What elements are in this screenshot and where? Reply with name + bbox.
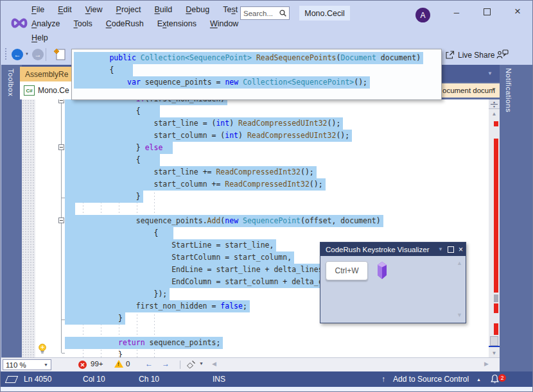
zoom-level-select[interactable]: 110 % ▼ xyxy=(3,359,51,370)
editor-splitter-handle[interactable]: ▲▼ xyxy=(489,99,500,109)
hscroll-right-icon[interactable]: ▶ xyxy=(484,361,489,367)
right-dock: Notifications xyxy=(500,65,533,371)
collapse-region-button[interactable] xyxy=(58,217,64,223)
code-line[interactable]: } xyxy=(65,312,125,325)
selection-mode-icon[interactable] xyxy=(5,376,18,383)
scrollbar-error-mark xyxy=(494,323,498,335)
menu-item-tools[interactable]: Tools xyxy=(73,19,92,28)
code-cleanup-chevron-icon[interactable]: ▼ xyxy=(199,361,204,366)
quick-actions-lightbulb-icon[interactable] xyxy=(38,343,47,357)
breakpoint-margin[interactable] xyxy=(22,99,35,357)
code-line[interactable]: }); xyxy=(65,288,170,300)
hscroll-left-icon[interactable]: ◀ xyxy=(212,361,216,367)
code-cleanup-broom-icon[interactable] xyxy=(186,360,196,371)
menu-item-build[interactable]: Build xyxy=(155,5,173,14)
code-line[interactable]: } xyxy=(65,191,143,203)
previous-issue-arrow-icon[interactable]: ← xyxy=(145,359,153,368)
visualizer-dropdown-chevron-icon[interactable]: ▼ xyxy=(438,246,443,252)
visualizer-close-icon[interactable]: × xyxy=(459,245,463,254)
editor-bottom-bar: 110 % ▼ ✕ 99+ 0 ← → ▼ ◀ ▶ xyxy=(1,357,500,371)
status-line-number: Ln 4050 xyxy=(24,371,51,387)
collapse-region-button[interactable] xyxy=(58,99,64,103)
visual-studio-logo-icon xyxy=(10,15,28,31)
code-line[interactable]: public Collection<SequencePoint> ReadSeq… xyxy=(74,52,423,64)
menu-item-view[interactable]: View xyxy=(85,5,103,14)
menu-item-coderush[interactable]: CodeRush xyxy=(106,19,144,28)
outline-line xyxy=(61,103,62,353)
menu-bar-row-1: FileEditViewProjectBuildDebugTest xyxy=(31,5,238,14)
code-line[interactable]: { xyxy=(65,154,160,166)
avatar[interactable]: A xyxy=(415,8,430,22)
menu-item-analyze[interactable]: Analyze xyxy=(31,19,60,28)
window-bottom-edge xyxy=(1,387,533,392)
warning-icon xyxy=(114,360,123,368)
code-line[interactable]: return sequence_points; xyxy=(65,337,223,349)
add-to-source-control-button[interactable]: Add to Source Control xyxy=(393,371,469,387)
visualizer-float-icon[interactable] xyxy=(448,246,454,253)
file-tab-label: Mono.Ce xyxy=(38,86,69,95)
code-line[interactable] xyxy=(65,203,75,215)
code-line[interactable]: start_line = (int) ReadCompressedUInt32(… xyxy=(65,117,343,130)
warning-count[interactable]: 0 xyxy=(126,360,130,368)
search-placeholder: Search... xyxy=(243,10,273,17)
navigate-back-button[interactable]: ← xyxy=(12,49,23,60)
sidebar-tab-notifications[interactable]: Notifications xyxy=(505,68,512,112)
code-line[interactable]: { xyxy=(74,64,133,76)
code-line[interactable]: start_column += ReadCompressedInt32(); xyxy=(65,178,326,191)
tooltip-lines: public Collection<SequencePoint> ReadSeq… xyxy=(74,49,437,99)
error-icon: ✕ xyxy=(78,361,87,369)
scroll-down-icon[interactable]: ▼ xyxy=(489,349,500,357)
menu-item-extensions[interactable]: Extensions xyxy=(157,19,197,28)
source-control-chevron-icon[interactable]: ▲ xyxy=(476,372,481,388)
menu-item-edit[interactable]: Edit xyxy=(58,5,72,14)
navigate-forward-button[interactable]: → xyxy=(32,49,44,60)
search-input[interactable]: Search... xyxy=(240,6,290,20)
menu-item-test[interactable]: Test xyxy=(223,5,238,14)
menu-item-window[interactable]: Window xyxy=(210,19,238,28)
code-line[interactable]: } else xyxy=(65,142,173,154)
vertical-scrollbar[interactable]: ▲▼ ▲ ▼ xyxy=(489,99,500,357)
collapse-region-button[interactable] xyxy=(58,144,64,150)
scrollbar-error-mark xyxy=(494,294,498,302)
code-line[interactable]: EndLine = start_line + delta_lines, xyxy=(65,264,330,276)
visualizer-title-bar[interactable]: CodeRush Keystroke Visualizer ▼ × xyxy=(320,243,466,256)
menu-item-help[interactable]: Help xyxy=(31,33,48,42)
back-dropdown-chevron-icon[interactable]: ▼ xyxy=(25,52,29,56)
live-share-button[interactable]: Live Share xyxy=(445,50,494,60)
next-issue-arrow-icon[interactable]: → xyxy=(162,359,170,368)
menu-item-debug[interactable]: Debug xyxy=(186,5,209,14)
code-line[interactable]: { xyxy=(65,105,160,117)
code-line[interactable]: first_non_hidden = false; xyxy=(65,300,250,312)
code-line[interactable]: { xyxy=(65,227,173,239)
visualizer-title: CodeRush Keystroke Visualizer xyxy=(326,246,430,253)
code-line[interactable]: start_column = (int) ReadCompressedUInt3… xyxy=(65,130,352,142)
member-dropdown-chevron-icon: ▼ xyxy=(491,87,496,92)
toolbar-separator xyxy=(46,48,46,61)
scroll-up-icon[interactable]: ▲ xyxy=(489,110,500,117)
code-line[interactable]: var sequence_points = new Collection<Seq… xyxy=(74,76,370,89)
code-line[interactable]: StartColumn = start_column, xyxy=(65,251,294,264)
code-line[interactable]: if(first_non_hidden) xyxy=(65,99,227,105)
sidebar-tab-toolbox[interactable]: Toolbox xyxy=(7,69,15,96)
code-line[interactable]: EndColumn = start_column + delta_columns… xyxy=(65,276,356,288)
scrollbar-thumb[interactable] xyxy=(490,336,498,346)
close-button[interactable]: × xyxy=(507,3,528,20)
visualizer-scroll-up-icon[interactable]: ▲ xyxy=(457,260,462,266)
menu-item-project[interactable]: Project xyxy=(116,5,141,14)
code-line[interactable]: sequence_points.Add(new SequencePoint(of… xyxy=(65,215,383,227)
minimize-button[interactable]: – xyxy=(446,3,467,20)
code-line[interactable]: } xyxy=(65,349,123,357)
new-file-icon[interactable] xyxy=(53,48,67,64)
visualizer-scroll-down-icon[interactable]: ▼ xyxy=(457,312,462,318)
menu-item-file[interactable]: File xyxy=(31,5,44,14)
maximize-button[interactable] xyxy=(476,3,497,20)
send-feedback-icon[interactable] xyxy=(496,49,509,62)
tab-list-dropdown-icon[interactable]: ▼ xyxy=(487,71,493,76)
solution-name[interactable]: Mono.Cecil xyxy=(299,6,350,21)
error-count[interactable]: 99+ xyxy=(91,360,103,368)
toolbar-grip-handle[interactable] xyxy=(5,48,6,61)
code-line[interactable]: StartLine = start_line, xyxy=(65,239,276,251)
code-line[interactable]: start_line += ReadCompressedInt32(); xyxy=(65,166,317,178)
search-icon xyxy=(279,10,286,17)
zoom-dropdown-chevron-icon: ▼ xyxy=(44,362,48,367)
